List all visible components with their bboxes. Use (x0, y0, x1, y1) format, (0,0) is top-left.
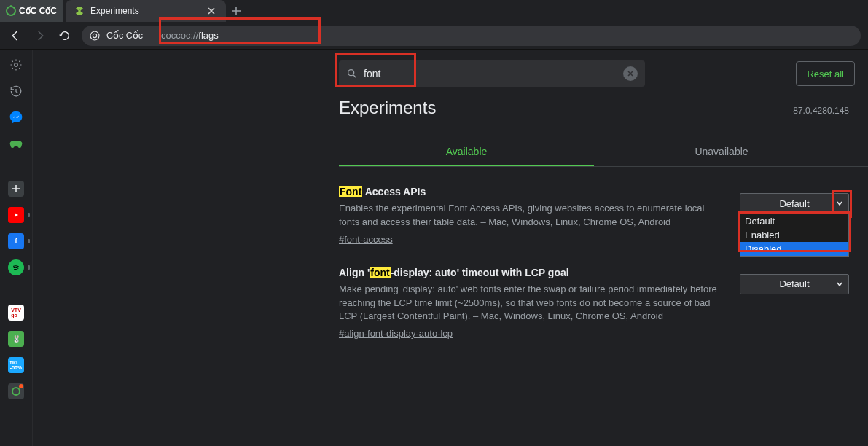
reload-button[interactable] (57, 28, 73, 44)
url-text: coccoc://flags (158, 30, 222, 41)
svg-point-4 (348, 70, 354, 76)
messenger-icon[interactable] (8, 109, 24, 125)
app-name: CốC CốC (19, 6, 57, 16)
experiment-info: Font Access APIs Enables the experimenta… (339, 186, 725, 245)
address-bar[interactable]: Cốc Cốc coccoc://flags (82, 26, 861, 46)
experiment-title: Align 'font-display: auto' timeout with … (339, 267, 725, 278)
search-input[interactable] (364, 68, 617, 79)
select-value: Default (779, 278, 809, 289)
sidebar-app-coccoc[interactable] (8, 383, 24, 399)
experiment-select[interactable]: Default (740, 193, 849, 214)
toolbar: Cốc Cốc coccoc://flags (0, 22, 868, 50)
experiment-desc: Make pending 'display: auto' web fonts e… (339, 283, 725, 324)
chevron-down-icon (835, 280, 844, 289)
experiment-control: Default (740, 267, 849, 340)
sidebar-app-spotify[interactable] (8, 259, 24, 275)
experiment-select[interactable]: Default (740, 274, 849, 294)
main-area: f VTVgo 🐰 tiki-50% (0, 50, 868, 446)
browser-tab[interactable]: Experiments (66, 0, 226, 22)
select-value: Default (779, 198, 809, 209)
tabs-row: Available Unavailable (339, 138, 868, 167)
reset-all-button[interactable]: Reset all (796, 61, 855, 86)
experiment-info: Align 'font-display: auto' timeout with … (339, 267, 725, 340)
experiment-row: Font Access APIs Enables the experimenta… (339, 186, 849, 245)
version-label: 87.0.4280.148 (793, 106, 849, 116)
search-icon (346, 68, 358, 79)
history-icon[interactable] (8, 83, 24, 99)
sidebar-app-vtv[interactable]: VTVgo (8, 305, 24, 321)
flags-page: Reset all Experiments 87.0.4280.148 Avai… (33, 50, 868, 446)
sidebar-app-bunny[interactable]: 🐰 (8, 331, 24, 347)
coccoc-logo-icon (6, 6, 16, 16)
tab-available[interactable]: Available (339, 138, 594, 166)
sidebar-app-youtube[interactable] (8, 207, 24, 223)
dropdown-panel[interactable]: Default Enabled Disabled (740, 214, 849, 257)
dropdown-option[interactable]: Enabled (740, 228, 848, 242)
experiment-anchor[interactable]: #font-access (339, 234, 393, 245)
site-label: Cốc Cốc (106, 30, 143, 41)
site-identity-icon (89, 30, 101, 42)
gamepad-icon[interactable] (8, 136, 24, 152)
clear-search-icon[interactable] (623, 66, 638, 81)
svg-point-2 (93, 34, 96, 37)
svg-point-3 (15, 63, 18, 67)
sidebar-app-facebook[interactable]: f (8, 233, 24, 249)
close-icon[interactable] (206, 5, 217, 17)
svg-point-1 (90, 31, 99, 40)
title-bar: CốC CốC Experiments (0, 0, 868, 22)
add-panel-button[interactable] (8, 181, 24, 197)
new-tab-button[interactable] (226, 0, 246, 22)
experiment-control: Default Default Enabled Disabled (740, 186, 849, 245)
left-sidebar: f VTVgo 🐰 tiki-50% (0, 50, 33, 446)
forward-button[interactable] (32, 28, 48, 44)
page-title: Experiments (339, 98, 436, 118)
experiment-desc: Enables the experimental Font Access API… (339, 202, 725, 230)
search-box[interactable] (339, 60, 645, 87)
dropdown-option[interactable]: Disabled (740, 242, 848, 256)
tab-unavailable[interactable]: Unavailable (594, 138, 849, 166)
flags-header: Experiments 87.0.4280.148 (339, 98, 868, 118)
experiment-title: Font Access APIs (339, 186, 725, 197)
app-logo: CốC CốC (0, 0, 63, 22)
back-button[interactable] (7, 28, 23, 44)
tab-title: Experiments (90, 6, 200, 16)
settings-icon[interactable] (8, 57, 24, 73)
radioactive-icon (74, 6, 85, 16)
separator (152, 29, 152, 42)
dropdown-option[interactable]: Default (740, 214, 848, 228)
flags-topbar: Reset all (33, 50, 868, 98)
sidebar-app-tiki[interactable]: tiki-50% (8, 357, 24, 373)
experiment-row: Align 'font-display: auto' timeout with … (339, 267, 849, 340)
experiment-anchor[interactable]: #align-font-display-auto-lcp (339, 328, 453, 339)
chevron-down-icon (835, 199, 844, 208)
experiments-list: Font Access APIs Enables the experimenta… (339, 186, 849, 339)
